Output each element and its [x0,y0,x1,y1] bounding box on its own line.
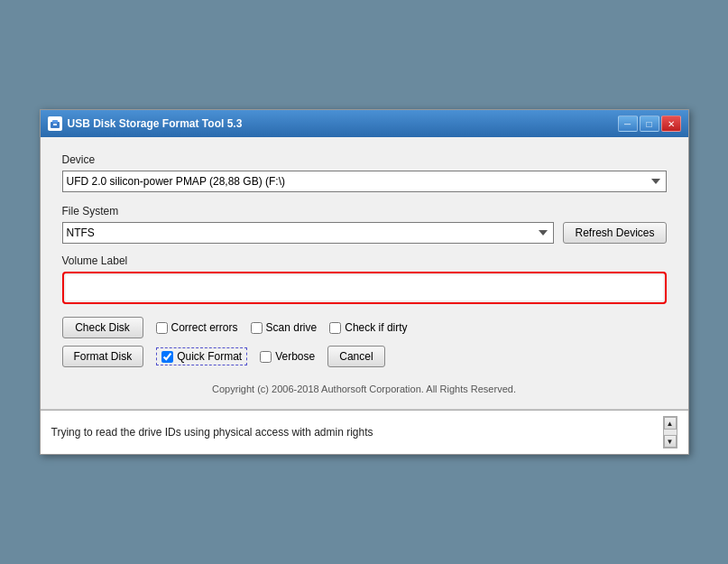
scan-drive-checkbox[interactable] [251,322,263,334]
cancel-button[interactable]: Cancel [327,346,384,367]
scroll-up-arrow[interactable]: ▲ [664,417,677,430]
correct-errors-checkbox[interactable] [156,322,168,334]
quick-format-wrapper: Quick Format [156,347,247,365]
verbose-label[interactable]: Verbose [260,350,315,363]
check-if-dirty-label[interactable]: Check if dirty [329,321,407,334]
device-select-wrapper: UFD 2.0 silicon-power PMAP (28,88 GB) (F… [62,171,667,192]
scrollbar[interactable]: ▲ ▼ [663,416,677,448]
main-content: Device UFD 2.0 silicon-power PMAP (28,88… [41,137,688,410]
status-bar: Trying to read the drive IDs using physi… [41,410,688,454]
filesystem-row: NTFS FAT32 FAT exFAT Refresh Devices [62,222,667,244]
minimize-button[interactable]: ─ [618,116,638,132]
actions-row1: Check Disk Correct errors Scan drive Che… [62,317,667,338]
volume-label-section: Volume Label [62,254,667,304]
format-disk-button[interactable]: Format Disk [62,346,144,367]
volume-input-wrapper [62,272,667,304]
svg-rect-2 [53,124,57,125]
check-if-dirty-checkbox[interactable] [329,322,341,334]
title-bar-left: USB Disk Storage Format Tool 5.3 [48,116,243,131]
svg-rect-1 [52,120,58,123]
volume-label-input[interactable] [66,275,663,300]
refresh-devices-button[interactable]: Refresh Devices [563,222,666,244]
window-title: USB Disk Storage Format Tool 5.3 [68,117,243,130]
scan-drive-label[interactable]: Scan drive [251,321,318,334]
filesystem-select[interactable]: NTFS FAT32 FAT exFAT [62,222,555,244]
quick-format-checkbox[interactable] [161,351,173,363]
window-controls: ─ □ ✕ [618,116,681,132]
device-label: Device [62,153,667,166]
quick-format-label[interactable]: Quick Format [161,350,242,363]
filesystem-select-wrapper: NTFS FAT32 FAT exFAT [62,222,555,244]
actions-row2: Format Disk Quick Format Verbose Cancel [62,346,667,367]
verbose-checkbox[interactable] [260,351,272,363]
app-icon [48,116,62,131]
main-window: USB Disk Storage Format Tool 5.3 ─ □ ✕ D… [40,109,689,455]
scroll-down-arrow[interactable]: ▼ [664,435,677,448]
close-button[interactable]: ✕ [661,116,681,132]
copyright-text: Copyright (c) 2006-2018 Authorsoft Corpo… [62,378,667,398]
correct-errors-label[interactable]: Correct errors [156,321,238,334]
device-select[interactable]: UFD 2.0 silicon-power PMAP (28,88 GB) (F… [62,171,667,192]
filesystem-label: File System [62,205,667,217]
status-text: Trying to read the drive IDs using physi… [51,426,663,439]
title-bar: USB Disk Storage Format Tool 5.3 ─ □ ✕ [41,110,688,137]
volume-label-text: Volume Label [62,254,667,267]
check-disk-button[interactable]: Check Disk [62,317,143,338]
maximize-button[interactable]: □ [640,116,659,132]
